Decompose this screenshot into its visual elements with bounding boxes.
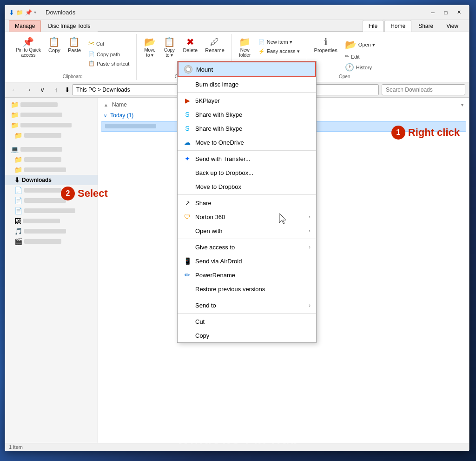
clipboard-content: 📌 Pin to Quick access 📋 Copy 📋 Paste ✂ (13, 35, 132, 73)
properties-icon: ℹ (324, 37, 328, 47)
properties-button[interactable]: ℹ Properties (311, 35, 341, 55)
open-button[interactable]: 📂 Open ▾ (342, 38, 378, 52)
open-icon: 📂 (345, 39, 357, 50)
tab-manage[interactable]: Manage (9, 20, 41, 32)
tab-share[interactable]: Share (412, 20, 439, 32)
back-button[interactable]: ← (9, 84, 20, 95)
transfer-icon: ✦ (183, 154, 192, 163)
openwith-arrow: › (309, 228, 311, 234)
sidebar-icon-6: 📁 (14, 156, 22, 163)
cut-cm-icon (183, 317, 192, 326)
skype1-icon: S (183, 110, 192, 119)
sendto-arrow: › (309, 302, 311, 308)
sidebar-item-11[interactable]: 🖼 (5, 216, 98, 226)
new-folder-button[interactable]: 📁 New folder (236, 35, 254, 60)
sidebar-label-12 (24, 229, 66, 234)
rename-button[interactable]: 🖊 Rename (202, 35, 228, 55)
cut-button[interactable]: ✂ Cut (85, 38, 132, 49)
5kplayer-icon: ▶ (183, 96, 192, 105)
tab-disc-image-tools[interactable]: Disc Image Tools (42, 20, 96, 32)
context-menu-sendto[interactable]: Send to › (178, 298, 316, 312)
context-menu-transfer[interactable]: ✦ Send with Transfer... (178, 152, 316, 166)
up-button[interactable]: ↑ (51, 84, 62, 95)
paste-shortcut-button[interactable]: 📋 Paste shortcut (85, 59, 132, 68)
context-menu-skype2[interactable]: S Share with Skype (178, 121, 316, 135)
context-menu-restore[interactable]: Restore previous versions (178, 282, 316, 296)
forward-button[interactable]: → (23, 84, 34, 95)
sidebar-item-13[interactable]: 🎬 (5, 236, 98, 247)
easy-access-button[interactable]: ⚡ Easy access ▾ (255, 47, 303, 56)
sidebar-item-7[interactable]: 📁 (5, 165, 98, 175)
context-menu-onedrive[interactable]: ☁ Move to OneDrive (178, 135, 316, 149)
minimize-button[interactable]: ─ (426, 6, 439, 19)
status-text: 1 item (9, 444, 23, 450)
copy-path-button[interactable]: 📄 Copy path (85, 50, 132, 59)
giveaccess-arrow: › (309, 244, 311, 250)
close-button[interactable]: ✕ (452, 6, 465, 19)
sidebar-label-7 (24, 167, 66, 172)
sidebar-label-10 (24, 208, 75, 213)
copy-button[interactable]: 📋 Copy (45, 35, 64, 55)
sidebar-item-4[interactable]: 📁 (5, 130, 98, 140)
sidebar-item-10[interactable]: 📄 (5, 206, 98, 216)
dropbox-backup-label: Back up to Dropbox... (195, 169, 311, 176)
sort-dropdown-icon[interactable]: ▾ (461, 102, 463, 107)
move-to-button[interactable]: 📂 Move to ▾ (140, 35, 159, 60)
context-menu-dropbox-move[interactable]: Move to Dropbox (178, 180, 316, 194)
sidebar-item-3[interactable]: 📁 (5, 120, 98, 130)
pin-to-quick-access-button[interactable]: 📌 Pin to Quick access (13, 35, 44, 60)
context-menu-skype1[interactable]: S Share with Skype (178, 107, 316, 121)
select-text: Select (78, 187, 108, 200)
maximize-button[interactable]: □ (439, 6, 452, 19)
drives-icon: ⬇ (65, 86, 70, 94)
context-menu-copy[interactable]: Copy (178, 328, 316, 342)
copy-to-icon: 📋 (164, 37, 175, 47)
copy-to-button[interactable]: 📋 Copy to ▾ (160, 35, 178, 60)
context-menu-mount[interactable]: Mount (178, 61, 316, 77)
sidebar-item-downloads[interactable]: ⬇ Downloads (5, 175, 98, 185)
copy-cm-icon (183, 331, 192, 340)
sidebar-icon-4: 📁 (14, 132, 22, 139)
clipboard-label: Clipboard (63, 74, 83, 79)
context-menu-burn[interactable]: Burn disc image (178, 77, 316, 91)
sidebar-item-1[interactable]: 📁 (5, 100, 98, 110)
sidebar-item-5[interactable]: 💻 (5, 144, 98, 154)
sidebar-icon-9: 📄 (14, 197, 22, 204)
window-pin-icon: 📌 (25, 9, 32, 16)
sidebar-icon-2: 📁 (11, 111, 19, 119)
search-input[interactable] (382, 84, 465, 95)
delete-button[interactable]: ✖ Delete (179, 35, 201, 55)
context-menu-airdroid[interactable]: 📱 Send via AirDroid (178, 254, 316, 268)
openwith-label: Open with (195, 227, 305, 234)
openwith-icon (183, 227, 192, 235)
sidebar-icon-8: 📄 (14, 187, 22, 194)
disc-mount-icon (184, 65, 192, 73)
context-menu-norton[interactable]: 🛡 Norton 360 › (178, 210, 316, 224)
sidebar-item-2[interactable]: 📁 (5, 110, 98, 120)
dropbox-backup-icon (183, 168, 192, 177)
airdroid-icon: 📱 (183, 257, 192, 265)
context-menu-cut[interactable]: Cut (178, 314, 316, 328)
tab-file[interactable]: File (363, 20, 383, 32)
sidebar-item-12[interactable]: 🎵 (5, 226, 98, 236)
context-menu-share[interactable]: ↗ Share (178, 196, 316, 210)
sidebar-item-6[interactable]: 📁 (5, 154, 98, 165)
paste-button[interactable]: 📋 Paste (65, 35, 84, 55)
history-button[interactable]: 🕐 History (342, 61, 378, 73)
recent-locations-button[interactable]: ∨ (37, 84, 48, 95)
copy-cm-label: Copy (195, 332, 311, 339)
annotation-circle-1: 1 (391, 126, 405, 140)
rename-icon: 🖊 (210, 37, 219, 47)
context-menu-5kplayer[interactable]: ▶ 5KPlayer (178, 94, 316, 107)
title-bar-title: Downloads (46, 9, 75, 16)
giveaccess-icon (183, 243, 192, 251)
context-menu-giveaccess[interactable]: Give access to › (178, 240, 316, 254)
tab-home[interactable]: Home (384, 20, 411, 32)
context-menu-dropbox-backup[interactable]: Back up to Dropbox... (178, 166, 316, 180)
window-quick-access-icon: 📁 (16, 9, 23, 16)
context-menu-openwith[interactable]: Open with › (178, 224, 316, 238)
edit-button[interactable]: ✏ Edit (342, 52, 378, 61)
new-item-button[interactable]: 📄 New item ▾ (255, 38, 303, 47)
tab-view[interactable]: View (440, 20, 464, 32)
context-menu-powerrename[interactable]: ✏ PowerRename (178, 268, 316, 282)
